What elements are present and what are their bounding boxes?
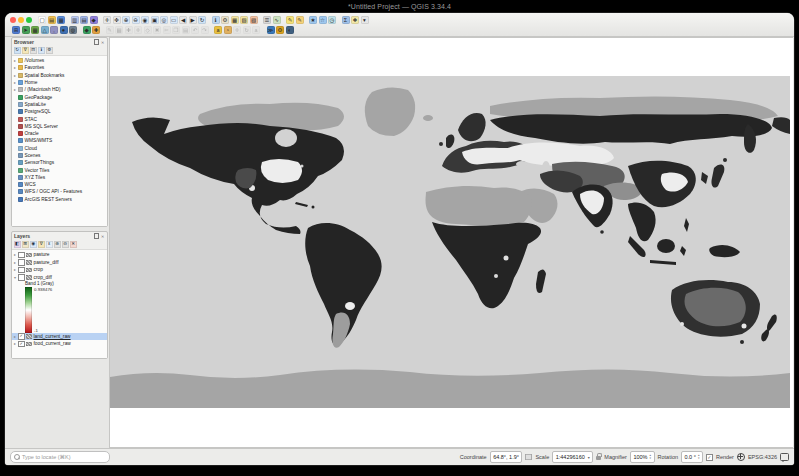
new-print-layout-button[interactable]: ▥	[71, 16, 79, 24]
browser-item-wfs[interactable]: WFS / OGC API - Features	[12, 188, 107, 195]
toggle-extents-icon[interactable]	[525, 454, 532, 460]
map-tips-button[interactable]: ❖	[351, 16, 359, 24]
filter-by-expression-button[interactable]: ε	[46, 241, 53, 248]
browser-item-spatial-bookmarks[interactable]: ▸ Spatial Bookmarks	[12, 72, 107, 79]
new-shapefile-layer-button[interactable]: ✚	[92, 26, 100, 34]
data-source-manager-button[interactable]: ⊞	[12, 26, 20, 34]
minimize-window-button[interactable]	[18, 17, 24, 23]
new-project-button[interactable]: ▢	[38, 16, 46, 24]
metasearch-button[interactable]: ◐	[286, 26, 294, 34]
layer-row-pasture[interactable]: ▸ pasture	[12, 251, 107, 259]
browser-item-wcs[interactable]: WCS	[12, 181, 107, 188]
browser-item-wms[interactable]: WMS/WMTS	[12, 137, 107, 144]
world-map-raster[interactable]	[110, 76, 790, 408]
layer-checkbox[interactable]	[18, 274, 25, 281]
float-panel-icon[interactable]	[94, 39, 100, 45]
zoom-out-tool[interactable]: ⊖	[132, 16, 140, 24]
collapse-all-layers-button[interactable]: ⊖	[62, 241, 69, 248]
magnifier-spinbox[interactable]: 100%	[630, 451, 655, 463]
zoom-in-tool[interactable]: ⊕	[122, 16, 130, 24]
collapse-all-button[interactable]: ⊟	[30, 47, 37, 54]
python-console-button[interactable]: ≫	[267, 26, 275, 34]
statistics-summary-button[interactable]: Σ	[342, 16, 350, 24]
lock-scale-icon[interactable]	[596, 456, 601, 460]
processing-toolbox-button[interactable]: ⚙	[276, 26, 284, 34]
zoom-next-button[interactable]: ▶	[189, 16, 197, 24]
browser-item-oracle[interactable]: Oracle	[12, 130, 107, 137]
layer-labeling-button[interactable]: a	[214, 26, 222, 34]
add-vector-layer-button[interactable]: ➤	[22, 26, 30, 34]
close-panel-icon[interactable]	[101, 40, 105, 44]
deselect-all-button[interactable]: ▨	[250, 16, 258, 24]
browser-item-macintosh-hd[interactable]: ▸ / (Macintosh HD)	[12, 86, 107, 93]
layer-row-land-current-raw[interactable]: ▸ land_current_raw	[12, 333, 107, 341]
rotate-label-tool[interactable]: ↻	[243, 26, 251, 34]
layer-row-crop-diff[interactable]: ▾ crop_diff	[12, 274, 107, 282]
move-feature-tool[interactable]: ✛	[134, 26, 142, 34]
open-project-button[interactable]: ▤	[48, 16, 56, 24]
stepper-icon[interactable]	[650, 454, 652, 460]
browser-item-arcgis[interactable]: ArcGIS REST Servers	[12, 196, 107, 203]
vertex-tool[interactable]: ◇	[144, 26, 152, 34]
layer-checkbox[interactable]	[18, 333, 25, 340]
run-feature-action-button[interactable]: ⚙	[221, 16, 229, 24]
pan-to-selection-tool[interactable]: ✜	[113, 16, 121, 24]
layout-manager-button[interactable]: ▤	[80, 16, 88, 24]
layer-row-pasture-diff[interactable]: ▸ pasture_diff	[12, 259, 107, 267]
text-annotation-button[interactable]: ✎	[286, 16, 294, 24]
copy-features-button[interactable]: ❐	[172, 26, 180, 34]
manage-map-themes-button[interactable]: ◉	[30, 241, 37, 248]
crs-value[interactable]: EPSG:4326	[748, 454, 777, 460]
select-by-value-button[interactable]: ▧	[240, 16, 248, 24]
layer-diagram-button[interactable]: ◔	[224, 26, 232, 34]
zoom-last-button[interactable]: ◀	[179, 16, 187, 24]
add-mesh-layer-button[interactable]: △	[41, 26, 49, 34]
identify-features-tool[interactable]: ℹ	[212, 16, 220, 24]
render-checkbox[interactable]	[706, 454, 713, 461]
close-panel-icon[interactable]	[101, 234, 105, 238]
cut-features-button[interactable]: ✂	[163, 26, 171, 34]
scale-combobox[interactable]: 1:44296160	[552, 451, 593, 463]
add-feature-tool[interactable]: ✚	[125, 26, 133, 34]
redo-button[interactable]: ↷	[201, 26, 209, 34]
save-project-button[interactable]: ▦	[57, 16, 65, 24]
toggle-editing-button[interactable]: ✎	[106, 26, 114, 34]
delete-selected-button[interactable]: ✖	[153, 26, 161, 34]
add-postgis-layer-button[interactable]: ●	[60, 26, 68, 34]
layer-checkbox[interactable]	[18, 259, 25, 266]
stepper-icon[interactable]	[698, 454, 700, 460]
new-geopackage-layer-button[interactable]: ◆	[83, 26, 91, 34]
save-layer-edits-button[interactable]: ▦	[115, 26, 123, 34]
refresh-map-button[interactable]: ↻	[198, 16, 206, 24]
browser-item-postgresql[interactable]: PostgreSQL	[12, 108, 107, 115]
zoom-native-resolution-button[interactable]: ◉	[141, 16, 149, 24]
layer-row-crop[interactable]: ▸ crop	[12, 266, 107, 274]
move-label-tool[interactable]: ✛	[233, 26, 241, 34]
locator-search-input[interactable]: Type to locate (⌘K)	[10, 451, 110, 463]
new-spatial-bookmark-button[interactable]: ★	[309, 16, 317, 24]
expand-all-button[interactable]: ⊕	[54, 241, 61, 248]
select-features-tool[interactable]: ▦	[231, 16, 239, 24]
browser-item-stac[interactable]: STAC	[12, 115, 107, 122]
browser-item-scenes[interactable]: Scenes	[12, 152, 107, 159]
browser-item-favorites[interactable]: ▸ Favorites	[12, 64, 107, 71]
filter-legend-button[interactable]: ∇	[38, 241, 45, 248]
open-attribute-table-button[interactable]: ☰	[263, 16, 271, 24]
pan-map-tool[interactable]: ✛	[103, 16, 111, 24]
browser-item-cloud[interactable]: Cloud	[12, 145, 107, 152]
zoom-to-selection-button[interactable]: ◎	[160, 16, 168, 24]
layer-checkbox[interactable]	[18, 252, 25, 259]
browser-item-spatialite[interactable]: SpatiaLite	[12, 101, 107, 108]
browser-item-vector-tiles[interactable]: Vector Tiles	[12, 166, 107, 173]
style-manager-button[interactable]: ◆	[90, 16, 98, 24]
add-delimited-text-button[interactable]: ,	[50, 26, 58, 34]
browser-item-geopackage[interactable]: GeoPackage	[12, 93, 107, 100]
coordinate-input[interactable]: 64.8°, 1.9°	[490, 451, 523, 463]
measure-line-tool[interactable]: ∿	[273, 16, 281, 24]
undo-button[interactable]: ↶	[191, 26, 199, 34]
messages-icon[interactable]	[780, 453, 789, 461]
add-spatialite-layer-button[interactable]: ◍	[69, 26, 77, 34]
properties-widget-button[interactable]: ℹ	[38, 47, 45, 54]
crs-globe-icon[interactable]	[737, 453, 745, 461]
open-layer-styling-button[interactable]: ◧	[14, 241, 21, 248]
